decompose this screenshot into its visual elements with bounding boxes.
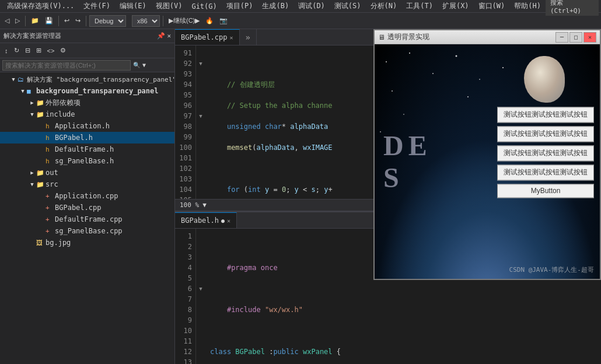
foldbl5 — [196, 273, 205, 284]
tree-item-defaultframe-cpp[interactable]: + DefaultFrame.cpp — [0, 214, 174, 225]
file-cpp-icon: + — [46, 192, 55, 200]
ln99: 99 — [175, 132, 195, 142]
menu-save-options[interactable]: 高级保存选项(V)... — [2, 0, 79, 12]
menu-tools[interactable]: 工具(T) — [401, 0, 438, 12]
menu-build[interactable]: 生成(B) — [257, 0, 293, 12]
menu-project[interactable]: 项目(P) — [222, 0, 258, 12]
restore-button[interactable]: □ — [569, 32, 582, 43]
tree-item-bg-jpg[interactable]: 🖼 bg.jpg — [0, 237, 174, 249]
sidebar-collapse-btn[interactable]: ⊟ — [23, 46, 33, 55]
foldbl2 — [196, 242, 205, 252]
preview-btn-4[interactable]: 测试按钮测试按钮测试按钮 — [497, 164, 594, 180]
close-sidebar-icon[interactable]: ✕ — [167, 32, 171, 40]
sidebar-refresh-btn[interactable]: ↻ — [12, 46, 22, 55]
menu-analyze[interactable]: 分析(N) — [366, 0, 402, 12]
line-numbers-bottom: 1 2 3 4 5 6 7 8 9 10 11 12 13 14 — [175, 229, 196, 364]
pin-icon[interactable]: 📌 — [157, 32, 165, 40]
tree-item-extern-deps[interactable]: ▶ 📁 外部依赖项 — [0, 97, 174, 108]
back-button[interactable]: ◁ — [2, 16, 12, 26]
src-label: src — [46, 180, 58, 188]
fold92[interactable]: ▼ — [196, 58, 205, 69]
sidebar-filter-btn[interactable]: ⊞ — [34, 46, 44, 55]
menu-extensions[interactable]: 扩展(X) — [438, 0, 474, 12]
sidebar-search-input[interactable] — [2, 60, 131, 71]
tree-item-src[interactable]: ▼ 📁 src — [0, 178, 174, 190]
fold104 — [196, 184, 205, 195]
platform-dropdown[interactable]: x86 — [132, 15, 160, 27]
tree-item-project[interactable]: ▼ ■ background_transparency_panel — [0, 85, 174, 97]
flame-button[interactable]: 🔥 — [203, 16, 216, 26]
expand-arrow[interactable]: ▶ — [28, 100, 36, 106]
lnb11: 11 — [175, 336, 195, 346]
fold100 — [196, 142, 205, 153]
ln105: 105 — [175, 195, 195, 199]
save-button[interactable]: 💾 — [43, 16, 55, 26]
close-preview-button[interactable]: ✕ — [583, 32, 596, 43]
menu-window[interactable]: 窗口(W) — [474, 0, 510, 12]
tree-item-out[interactable]: ▶ 📁 out — [0, 167, 174, 178]
fold97[interactable]: ▼ — [196, 111, 205, 121]
expand-arrow[interactable]: ▼ — [19, 88, 27, 94]
tree-item-sg-panelbase-h[interactable]: h sg_PanelBase.h — [0, 155, 174, 167]
tree-item-include[interactable]: ▼ 📁 include — [0, 108, 174, 120]
menu-file[interactable]: 文件(F) — [79, 0, 115, 12]
screenshot-button[interactable]: 📷 — [217, 16, 230, 26]
minimize-button[interactable]: ─ — [555, 32, 568, 43]
fold-indicators: ▼ ▼ — [196, 46, 205, 199]
separator-2 — [58, 16, 59, 26]
preview-btn-3[interactable]: 测试按钮测试按钮测试按钮 — [497, 145, 594, 161]
redo-button[interactable]: ↪ — [73, 16, 83, 26]
continue-button[interactable]: ▶ 继续(C)▶ — [166, 15, 202, 26]
tree-item-application-cpp[interactable]: + Application.cpp — [0, 190, 174, 202]
sidebar-settings-btn[interactable]: ⚙ — [58, 46, 68, 55]
expand-arrow[interactable]: ▼ — [28, 111, 36, 117]
tab-more[interactable]: » — [240, 29, 257, 45]
sidebar-search-bar[interactable]: 🔍 ▼ — [0, 58, 174, 72]
expand-arrow[interactable]: ▼ — [9, 76, 18, 82]
foldbl6[interactable]: ▼ — [196, 284, 205, 294]
foldbl10 — [196, 326, 205, 336]
tab-bgpabel-h[interactable]: BGPabel.h ● ✕ — [175, 212, 237, 228]
tree-item-bgpabel-h[interactable]: h BGPabel.h — [0, 132, 174, 144]
forward-button[interactable]: ▷ — [13, 16, 22, 26]
preview-btn-2[interactable]: 测试按钮测试按钮测试按钮 — [497, 126, 594, 142]
tree-item-defaultframe-h[interactable]: h DefaultFrame.h — [0, 144, 174, 155]
project-label: background_transparency_panel — [36, 87, 159, 95]
expand-arrow[interactable]: ▶ — [28, 170, 36, 176]
tree-item-bgpabel-cpp[interactable]: + BGPabel.cpp — [0, 202, 174, 214]
svg-point-2 — [432, 73, 434, 74]
ln103: 103 — [175, 174, 195, 184]
menu-edit[interactable]: 编辑(E) — [115, 0, 151, 12]
open-folder-button[interactable]: 📁 — [29, 16, 41, 26]
solution-icon: 🗂 — [18, 76, 27, 83]
expand-arrow[interactable]: ▼ — [28, 181, 36, 187]
fold94 — [196, 79, 205, 90]
preview-btn-mybtn[interactable]: MyButton — [497, 184, 594, 198]
menu-help[interactable]: 帮助(H) — [509, 0, 546, 12]
application-h-label: Application.h — [55, 122, 110, 130]
preview-text-overlay: DES — [383, 130, 432, 194]
debug-mode-dropdown[interactable]: Debug — [89, 15, 126, 27]
lnb4: 4 — [175, 262, 195, 273]
foldbl3 — [196, 252, 205, 262]
zoom-dropdown-btn[interactable]: ▼ — [202, 201, 207, 209]
menu-view[interactable]: 视图(V) — [151, 0, 187, 12]
tree-item-application-h[interactable]: h Application.h — [0, 120, 174, 132]
search-options-btn[interactable]: ▼ — [142, 62, 146, 68]
tab-bgpabel-cpp[interactable]: BGPabel.cpp ✕ — [175, 29, 240, 45]
undo-button[interactable]: ↩ — [62, 16, 72, 26]
menu-debug[interactable]: 调试(D) — [293, 0, 330, 12]
preview-btn-1[interactable]: 测试按钮测试按钮测试按钮 — [497, 107, 594, 123]
tree-item-sg-panelbase-cpp[interactable]: + sg_PanelBase.cpp — [0, 225, 174, 237]
search-bar[interactable]: 搜索 (Ctrl+Q) — [546, 0, 599, 16]
tab-close-btn[interactable]: ✕ — [229, 34, 233, 41]
tab-modified-dot: ● — [221, 218, 225, 224]
tree-item-solution[interactable]: ▼ 🗂 解决方案 "background_transparency_panel" — [0, 74, 174, 85]
ln91: 91 — [175, 48, 195, 58]
sidebar-code-btn[interactable]: <> — [45, 46, 57, 55]
fold93 — [196, 69, 205, 79]
menu-test[interactable]: 测试(S) — [330, 0, 366, 12]
tab-close-h-btn[interactable]: ✕ — [227, 218, 230, 224]
menu-git[interactable]: Git(G) — [187, 1, 221, 12]
sidebar-sync-btn[interactable]: ↕ — [2, 46, 11, 55]
